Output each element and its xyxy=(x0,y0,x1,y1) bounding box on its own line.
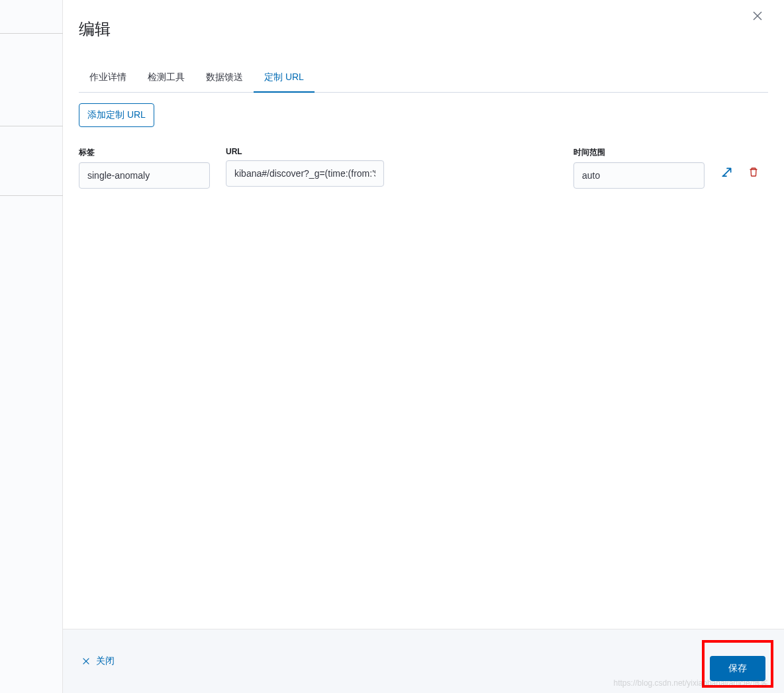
sidebar-divider xyxy=(0,33,63,34)
tab-list: 作业详情 检测工具 数据馈送 定制 URL xyxy=(79,64,768,93)
label-input[interactable] xyxy=(79,162,210,189)
url-column: URL xyxy=(226,147,384,187)
close-button-label: 关闭 xyxy=(96,655,115,667)
modal-title: 编辑 xyxy=(79,19,768,40)
save-highlight-box: 保存 xyxy=(702,640,773,688)
sidebar-background xyxy=(0,0,63,693)
tab-datafeed[interactable]: 数据馈送 xyxy=(195,64,254,93)
tab-content: 添加定制 URL 标签 URL 时间范围 xyxy=(63,93,784,629)
tab-detector[interactable]: 检测工具 xyxy=(137,64,195,93)
url-input[interactable] xyxy=(226,160,384,187)
add-custom-url-button[interactable]: 添加定制 URL xyxy=(79,103,154,127)
modal-header: 编辑 xyxy=(63,0,784,45)
sidebar-divider xyxy=(0,126,63,126)
close-button[interactable]: 关闭 xyxy=(79,650,117,672)
delete-icon[interactable] xyxy=(747,165,760,179)
close-icon[interactable] xyxy=(752,11,768,26)
modal-footer: 关闭 保存 xyxy=(63,629,784,693)
close-x-icon xyxy=(81,657,91,666)
sidebar-divider xyxy=(0,195,63,196)
label-field-label: 标签 xyxy=(79,147,210,158)
url-field-label: URL xyxy=(226,147,384,156)
time-column: 时间范围 xyxy=(573,147,705,189)
tab-job-details[interactable]: 作业详情 xyxy=(79,64,137,93)
label-column: 标签 xyxy=(79,147,210,189)
edit-modal: 编辑 作业详情 检测工具 数据馈送 定制 URL 添加定制 URL 标签 URL xyxy=(63,0,784,693)
test-link-icon[interactable] xyxy=(720,165,734,179)
save-button[interactable]: 保存 xyxy=(710,656,765,681)
custom-url-row: 标签 URL 时间范围 xyxy=(79,147,768,189)
time-input[interactable] xyxy=(573,162,705,189)
tab-custom-url[interactable]: 定制 URL xyxy=(254,64,315,93)
row-actions xyxy=(720,147,768,179)
time-field-label: 时间范围 xyxy=(573,147,705,158)
